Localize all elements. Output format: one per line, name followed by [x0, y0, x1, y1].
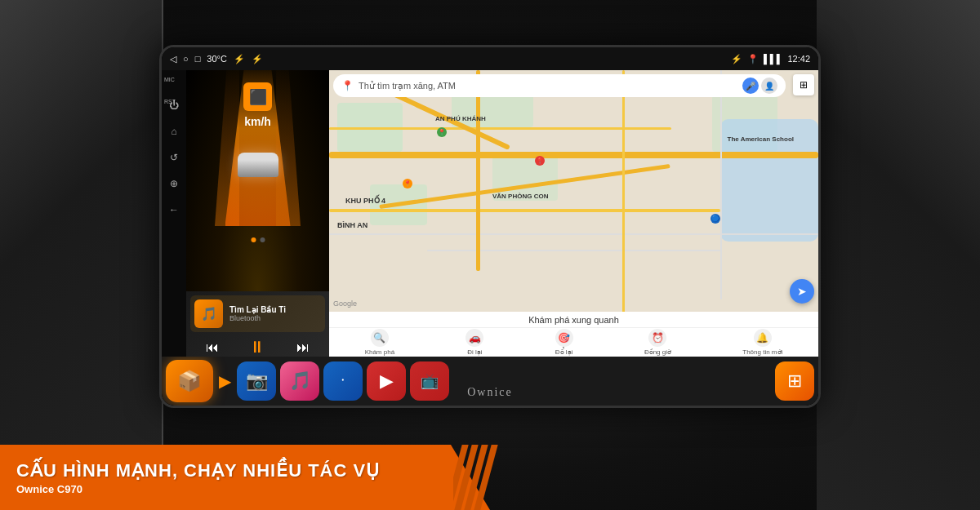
map-label-khu-pho-4: KHU PHỐ 4: [345, 197, 385, 205]
bottom-text-bar: CẤU HÌNH MẠNH, CHẠY NHIỀU TÁC VỤ Ownice …: [0, 445, 490, 510]
next-button[interactable]: ⏭: [292, 339, 314, 357]
car-interior-left: [0, 0, 163, 510]
map-search-bar[interactable]: 📍 Thử tìm trạm xăng, ATM 🎤 👤: [333, 74, 786, 97]
square-icon[interactable]: □: [195, 54, 201, 64]
prev-button[interactable]: ⏮: [202, 339, 223, 357]
explore-icon: 🔍: [371, 329, 389, 347]
map-action-time[interactable]: ⏰ Đồng giờ: [644, 329, 671, 356]
plus-button[interactable]: ⊕: [166, 175, 182, 192]
home-button[interactable]: ⌂: [166, 123, 182, 140]
map-action-directions[interactable]: 🚗 Đi lại: [466, 329, 483, 356]
map-road-v3: [720, 70, 722, 299]
dot-1: [251, 237, 256, 242]
speed-unit: km/h: [244, 115, 271, 128]
dock-video-app[interactable]: ▶: [367, 361, 406, 401]
speed-area: ⬛ km/h: [186, 70, 329, 291]
back-side-button[interactable]: ←: [166, 202, 182, 218]
bottom-title: CẤU HÌNH MẠNH, CHẠY NHIỀU TÁC VỤ: [16, 460, 474, 481]
time-icon: ⏰: [648, 329, 666, 347]
info-label: Thông tin mới: [742, 348, 782, 356]
tv-icon: 📺: [421, 372, 439, 390]
bluetooth-icon: ⚡: [731, 54, 742, 64]
music-widget: 🎵 Tìm Lại Bầu Ti Bluetooth ⏮ ⏸ ⏭: [186, 291, 329, 357]
circle-icon[interactable]: ○: [183, 54, 189, 64]
map-label-binh-an: BÌNH AN: [337, 221, 368, 229]
speed-icon: ⬛: [243, 82, 272, 111]
google-logo: Google: [333, 299, 357, 308]
map-explore-text: Khám phá xung quanh: [329, 312, 818, 328]
time: 12:42: [787, 54, 810, 64]
map-panel: KHU PHỐ 4 BÌNH AN AN PHÚ KHÁNH VĂN PHÒNG…: [329, 70, 818, 357]
map-top-icons: ⊞: [793, 74, 814, 95]
dock-bluetooth-app[interactable]: ᛫: [323, 361, 363, 401]
music-controls: ⏮ ⏸ ⏭: [190, 336, 325, 357]
back-icon[interactable]: ◁: [170, 54, 176, 64]
side-button-bar: MIC ⏻ ⌂ ↺ ⊕ ← RST: [162, 70, 186, 357]
map-pin-green-1: 📍: [437, 127, 447, 137]
music-title: Tìm Lại Bầu Ti: [229, 305, 321, 314]
directions-icon: 🚗: [466, 329, 483, 347]
mic-label: MIC: [164, 77, 175, 82]
rst-label: RST: [164, 99, 176, 104]
map-action-info[interactable]: 🔔 Thông tin mới: [742, 329, 782, 356]
dock-grid-app[interactable]: ⊞: [775, 361, 814, 401]
map-layers-button[interactable]: ⊞: [793, 74, 814, 95]
car-visual-icon: [238, 153, 278, 177]
main-area: MIC ⏻ ⌂ ↺ ⊕ ← RST ⬛ km/h: [162, 70, 818, 357]
dock-tv-app[interactable]: 📺: [410, 361, 449, 401]
info-icon: 🔔: [754, 329, 772, 347]
map-label-an-phu-khanh: AN PHÚ KHÁNH: [435, 115, 486, 122]
video-icon: ▶: [380, 370, 394, 392]
map-action-explore[interactable]: 🔍 Khám phá: [365, 329, 394, 356]
google-maps-icon: 📍: [341, 80, 354, 91]
grid-icon: ⊞: [787, 370, 802, 392]
music-info: 🎵 Tìm Lại Bầu Ti Bluetooth: [190, 295, 325, 332]
screen-content: ◁ ○ □ 30°C ⚡ ⚡ ⚡ 📍 ▌▌▌ 12:42 MIC ⏻: [162, 47, 818, 406]
usb-icon: ⚡: [234, 54, 245, 64]
map-account-button[interactable]: 👤: [761, 78, 777, 94]
explore-label: Khám phá: [365, 348, 394, 356]
map-road-h3: [329, 209, 720, 212]
map-mic-button[interactable]: 🎤: [742, 78, 759, 94]
dock-main-button[interactable]: 📦: [166, 360, 213, 402]
screen-bezel: ◁ ○ □ 30°C ⚡ ⚡ ⚡ 📍 ▌▌▌ 12:42 MIC ⏻: [159, 45, 821, 408]
map-bottom-toolbar: Khám phá xung quanh 🔍 Khám phá 🚗 Đi lại …: [329, 312, 818, 357]
music-source: Bluetooth: [229, 314, 321, 322]
map-search-text: Thử tìm trạm xăng, ATM: [359, 81, 738, 91]
camera-icon: 📷: [246, 370, 268, 392]
location-icon: 📍: [747, 54, 759, 64]
map-road-h4: [329, 233, 818, 235]
signal-icon: ▌▌▌: [764, 54, 782, 64]
map-label-van-phong: VĂN PHÒNG CON: [492, 193, 548, 200]
rotate-button[interactable]: ↺: [166, 149, 182, 166]
dock-arrow: ▶: [219, 371, 231, 391]
car-interior-right: [817, 0, 980, 510]
map-label-american-school: The American School: [728, 135, 795, 143]
music-album-art: 🎵: [194, 299, 223, 328]
usb2-icon: ⚡: [252, 54, 263, 64]
navigate-button[interactable]: ➤: [790, 279, 814, 304]
time-label: Đồng giờ: [644, 348, 671, 356]
map-action-revisit[interactable]: 🎯 Đổ lại: [555, 329, 573, 356]
music-text: Tìm Lại Bầu Ti Bluetooth: [229, 305, 321, 322]
status-right: ⚡ 📍 ▌▌▌ 12:42: [731, 54, 810, 64]
dots-indicator: [251, 237, 265, 242]
diagonal-stripes: [453, 445, 502, 510]
map-pin-red-1: 📍: [535, 156, 545, 166]
temperature: 30°C: [207, 54, 227, 64]
main-app-icon: 📦: [177, 370, 202, 392]
directions-label: Đi lại: [467, 348, 482, 356]
map-road-h5: [427, 250, 720, 251]
bottom-subtitle: Ownice C970: [16, 483, 474, 495]
revisit-icon: 🎯: [555, 329, 573, 347]
dock-camera-app[interactable]: 📷: [237, 361, 276, 401]
play-button[interactable]: ⏸: [245, 336, 270, 357]
dock-music-app[interactable]: 🎵: [280, 361, 319, 401]
status-left: ◁ ○ □ 30°C ⚡ ⚡: [170, 54, 263, 64]
map-road-h1: [329, 127, 671, 130]
ownice-brand: Ownice: [467, 386, 513, 399]
left-panel: MIC ⏻ ⌂ ↺ ⊕ ← RST ⬛ km/h: [162, 70, 329, 357]
revisit-label: Đổ lại: [555, 348, 573, 356]
status-bar: ◁ ○ □ 30°C ⚡ ⚡ ⚡ 📍 ▌▌▌ 12:42: [162, 47, 818, 70]
bluetooth-app-icon: ᛫: [339, 374, 347, 388]
